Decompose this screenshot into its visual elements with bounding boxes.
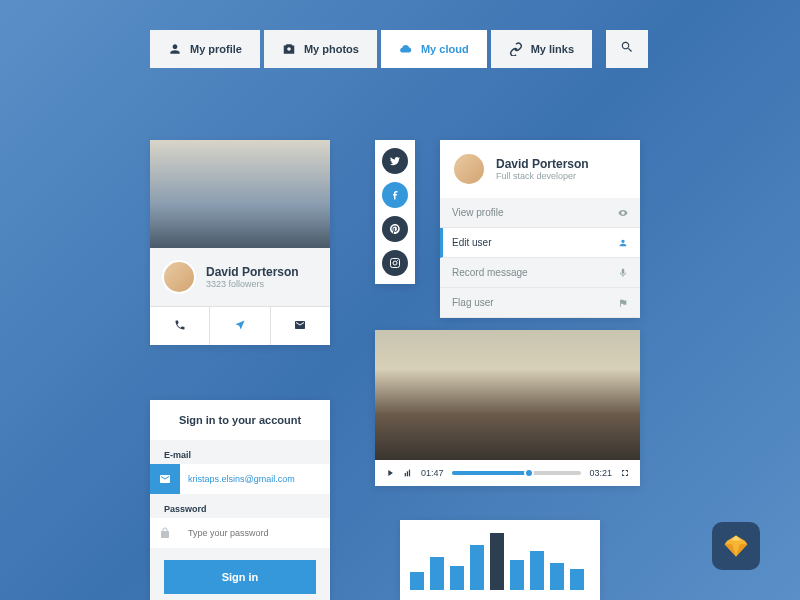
bar: [530, 551, 544, 590]
password-input[interactable]: [180, 520, 330, 546]
tab-my-profile[interactable]: My profile: [150, 30, 260, 68]
followers-count: 3323 followers: [206, 279, 299, 289]
user-role: Full stack developer: [496, 171, 589, 181]
svg-rect-0: [391, 259, 400, 268]
social-strip: [375, 140, 415, 284]
avatar: [452, 152, 486, 186]
mail-button[interactable]: [271, 307, 330, 345]
volume-icon[interactable]: [403, 468, 413, 478]
profile-name: David Porterson: [206, 265, 299, 279]
tab-my-links[interactable]: My links: [491, 30, 592, 68]
menu-label: Record message: [452, 267, 528, 278]
user-header: David Porterson Full stack developer: [440, 140, 640, 198]
twitter-icon: [389, 155, 401, 167]
instagram-button[interactable]: [382, 250, 408, 276]
seek-track[interactable]: [452, 471, 582, 475]
tab-my-cloud[interactable]: My cloud: [381, 30, 487, 68]
locate-button[interactable]: [210, 307, 270, 345]
signin-card: Sign in to your account E-mail Password …: [150, 400, 330, 600]
email-input[interactable]: [180, 466, 330, 492]
bar-chart: [400, 520, 600, 600]
play-icon[interactable]: [385, 468, 395, 478]
video-frame[interactable]: [375, 330, 640, 460]
email-icon-box: [150, 464, 180, 494]
bar: [570, 569, 584, 590]
password-field-row: [150, 518, 330, 548]
tab-label: My cloud: [421, 43, 469, 55]
sketch-badge: [712, 522, 760, 570]
seek-fill: [452, 471, 530, 475]
tab-my-photos[interactable]: My photos: [264, 30, 377, 68]
menu-flag-user[interactable]: Flag user: [440, 288, 640, 318]
expand-icon[interactable]: [620, 468, 630, 478]
facebook-button[interactable]: [382, 182, 408, 208]
mic-icon: [618, 268, 628, 278]
link-icon: [509, 42, 523, 56]
bar: [510, 560, 524, 590]
pinterest-button[interactable]: [382, 216, 408, 242]
camera-icon: [282, 42, 296, 56]
search-button[interactable]: [606, 30, 648, 68]
svg-rect-4: [407, 471, 408, 476]
person-icon: [618, 238, 628, 248]
phone-icon: [174, 319, 186, 331]
bar: [410, 572, 424, 590]
avatar: [162, 260, 196, 294]
tab-label: My links: [531, 43, 574, 55]
email-label: E-mail: [150, 440, 330, 464]
svg-point-1: [393, 261, 397, 265]
location-arrow-icon: [234, 319, 246, 331]
instagram-icon: [389, 257, 401, 269]
video-player: 01:47 03:21: [375, 330, 640, 486]
bar-highlight: [490, 533, 504, 590]
password-label: Password: [150, 494, 330, 518]
sketch-icon: [722, 532, 750, 560]
user-name: David Porterson: [496, 157, 589, 171]
signin-title: Sign in to your account: [150, 400, 330, 440]
pinterest-icon: [389, 223, 401, 235]
mail-icon: [294, 319, 306, 331]
seek-knob[interactable]: [524, 468, 534, 478]
svg-rect-3: [405, 473, 406, 476]
tab-label: My profile: [190, 43, 242, 55]
svg-rect-5: [409, 470, 410, 477]
profile-info: David Porterson 3323 followers: [150, 248, 330, 306]
video-controls: 01:47 03:21: [375, 460, 640, 486]
twitter-button[interactable]: [382, 148, 408, 174]
email-field-row: [150, 464, 330, 494]
search-icon: [620, 40, 634, 54]
profile-card: David Porterson 3323 followers: [150, 140, 330, 345]
menu-label: Edit user: [452, 237, 491, 248]
time-total: 03:21: [589, 468, 612, 478]
svg-point-2: [397, 260, 398, 261]
menu-label: View profile: [452, 207, 504, 218]
top-nav: My profile My photos My cloud My links: [150, 30, 648, 68]
menu-label: Flag user: [452, 297, 494, 308]
lock-icon-box: [150, 518, 180, 548]
bar: [430, 557, 444, 590]
facebook-icon: [389, 189, 401, 201]
tab-label: My photos: [304, 43, 359, 55]
menu-edit-user[interactable]: Edit user: [440, 228, 640, 258]
user-menu-card: David Porterson Full stack developer Vie…: [440, 140, 640, 318]
flag-icon: [618, 298, 628, 308]
profile-actions: [150, 306, 330, 345]
cloud-icon: [399, 42, 413, 56]
menu-record-message[interactable]: Record message: [440, 258, 640, 288]
eye-icon: [618, 208, 628, 218]
mail-icon: [159, 473, 171, 485]
time-elapsed: 01:47: [421, 468, 444, 478]
signin-button[interactable]: Sign in: [164, 560, 316, 594]
menu-view-profile[interactable]: View profile: [440, 198, 640, 228]
bar: [550, 563, 564, 590]
lock-icon: [159, 527, 171, 539]
cover-image: [150, 140, 330, 248]
bar: [470, 545, 484, 590]
bar: [450, 566, 464, 590]
person-icon: [168, 42, 182, 56]
call-button[interactable]: [150, 307, 210, 345]
